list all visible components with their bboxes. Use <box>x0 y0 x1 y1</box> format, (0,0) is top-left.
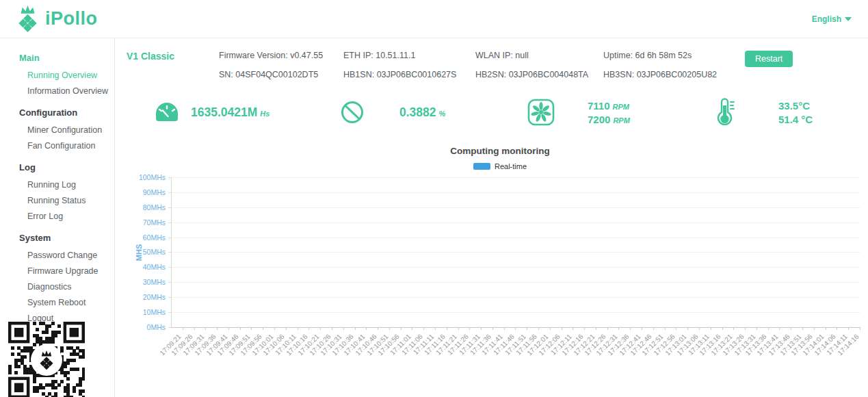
y-axis-tick-label: 50MHs <box>143 248 166 256</box>
fan1-unit: RPM <box>613 103 629 111</box>
legend-label: Real-time <box>495 162 527 170</box>
y-axis-tick-label: 90MHs <box>143 188 166 196</box>
stats-row: 1635.0421MHs 0.3882% <box>127 98 868 127</box>
device-model: V1 Classic <box>127 51 219 62</box>
language-label: English <box>812 14 841 24</box>
chart-title: Computing monitoring <box>127 146 868 156</box>
gridline <box>172 312 860 313</box>
gridline <box>172 252 860 253</box>
gridline <box>172 207 860 208</box>
sidebar-item[interactable]: Miner Configuration <box>0 122 114 138</box>
y-axis-tick-label: 60MHs <box>143 233 166 242</box>
device-info-panel: V1 Classic Firmware Version: v0.47.55 SN… <box>127 51 868 79</box>
sidebar-title-log: Log <box>0 157 114 177</box>
hb2-serial: HB2SN: 03JP06BC004048TA <box>475 70 603 79</box>
language-selector[interactable]: English <box>812 14 852 24</box>
y-axis-tick-label: 40MHs <box>143 263 166 271</box>
gridline <box>172 238 860 238</box>
hb3-serial: HB3SN: 03JP06BC00205U82 <box>603 70 745 79</box>
restart-button[interactable]: Restart <box>745 51 793 67</box>
sidebar-title-configuration: Configuration <box>0 103 114 122</box>
pineapple-logo-icon <box>38 350 55 370</box>
sidebar: Main Running OverviewInformation Overvie… <box>0 38 115 397</box>
ipollo-logo: iPollo <box>16 5 98 33</box>
fan-icon <box>527 99 555 126</box>
gridline <box>172 222 860 223</box>
sidebar-title-main: Main <box>0 48 114 67</box>
sidebar-item[interactable]: Running Log <box>0 177 114 192</box>
y-axis-tick-label: 70MHs <box>143 218 166 227</box>
y-axis-tick-label: 0MHs <box>147 323 166 331</box>
y-axis-tick-label: 100MHs <box>139 173 166 181</box>
temperature-stat: 33.5°C 51.4 °C <box>687 98 868 127</box>
y-axis-tick-label: 20MHs <box>143 293 166 301</box>
sidebar-item[interactable]: Password Change <box>0 247 114 263</box>
uptime: Uptime: 6d 6h 58m 52s <box>603 51 745 60</box>
y-axis-tick-label: 30MHs <box>143 278 166 286</box>
hashrate-unit: Hs <box>260 110 269 118</box>
firmware-version: Firmware Version: v0.47.55 <box>219 51 343 60</box>
fan2-unit: RPM <box>613 116 629 125</box>
serial-number: SN: 04SF04QC00102DT5 <box>219 70 343 79</box>
sidebar-section-log: Log Running LogRunning StatusError Log <box>0 157 114 224</box>
hb1-serial: HB1SN: 03JP06BC0010627S <box>343 70 475 79</box>
wlan-ip: WLAN IP: null <box>475 51 603 60</box>
fan1-value: 7110RPM <box>588 100 630 112</box>
fan2-value: 7200RPM <box>588 114 630 125</box>
legend-swatch <box>473 163 490 170</box>
sidebar-item[interactable]: Fan Configuration <box>0 138 114 153</box>
brand-name: iPollo <box>45 8 98 29</box>
no-entry-icon <box>341 101 364 124</box>
rejection-unit: % <box>439 110 446 118</box>
temp2-value: 51.4 °C <box>778 114 813 125</box>
eth-ip: ETH IP: 10.51.11.1 <box>343 51 475 60</box>
computing-monitoring-chart: MHS 100MHs 90MHs 80MHs 70MHs 60MHs <box>171 177 860 327</box>
sidebar-item[interactable]: Running Overview <box>0 67 114 83</box>
y-axis-tick-label: 10MHs <box>143 308 166 316</box>
hashrate-stat: 1635.0421MHs <box>127 98 313 127</box>
chevron-down-icon <box>845 17 852 21</box>
qr-code-block <box>8 322 85 397</box>
gridline <box>172 282 860 283</box>
sidebar-item[interactable]: System Reboot <box>0 294 114 310</box>
sidebar-section-main: Main Running OverviewInformation Overvie… <box>0 48 114 99</box>
gridline <box>172 192 860 193</box>
rejection-stat: 0.3882% <box>313 98 500 127</box>
sidebar-section-system: System Password ChangeFirmware UpgradeDi… <box>0 228 114 326</box>
qr-center-logo <box>31 344 62 376</box>
sidebar-item[interactable]: Error Log <box>0 208 114 224</box>
sidebar-item[interactable]: Information Overview <box>0 83 114 99</box>
gridline <box>172 267 860 268</box>
gridline <box>172 177 860 178</box>
hashrate-value: 1635.0421MHs <box>191 105 269 120</box>
sidebar-item[interactable]: Diagnostics <box>0 279 114 294</box>
app-header: iPollo English <box>0 0 868 38</box>
gridline <box>172 297 860 298</box>
x-axis-tick: 17:14:16 <box>849 327 860 366</box>
sidebar-item[interactable]: Firmware Upgrade <box>0 263 114 279</box>
fan-stat: 7110RPM 7200RPM <box>500 98 687 127</box>
rejection-value: 0.3882% <box>399 105 445 120</box>
y-axis-tick-label: 80MHs <box>143 203 166 212</box>
speedometer-icon <box>154 101 180 124</box>
thermometer-icon <box>714 98 735 127</box>
sidebar-section-configuration: Configuration Miner ConfigurationFan Con… <box>0 103 114 153</box>
temp1-value: 33.5°C <box>778 100 813 112</box>
chart-legend-item[interactable]: Real-time <box>127 162 868 170</box>
sidebar-item[interactable]: Running Status <box>0 192 114 208</box>
sidebar-title-system: System <box>0 228 114 247</box>
pineapple-logo-icon <box>16 5 39 33</box>
running-overview-page: V1 Classic Firmware Version: v0.47.55 SN… <box>115 38 868 397</box>
y-axis-name: MHS <box>135 244 143 260</box>
